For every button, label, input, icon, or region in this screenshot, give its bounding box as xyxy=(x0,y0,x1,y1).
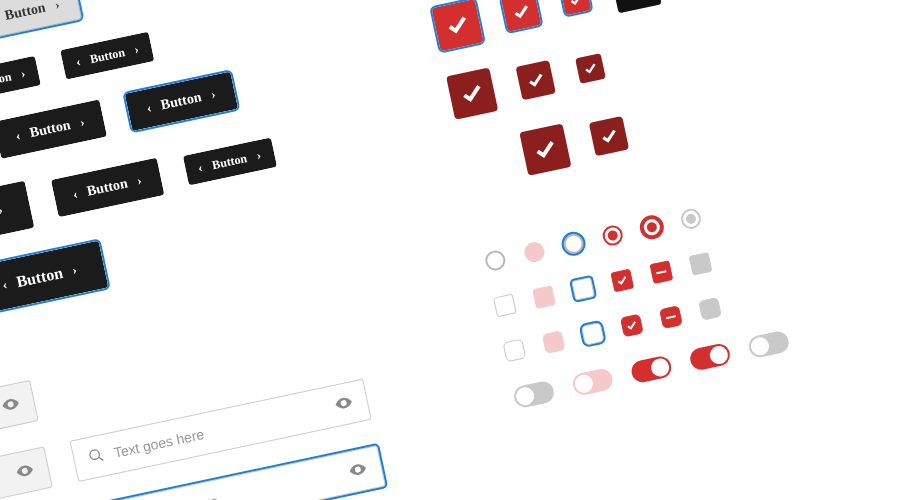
chevron-left-icon: ‹ xyxy=(71,186,79,203)
input-placeholder: Text goes here xyxy=(0,468,8,500)
button-label: Button xyxy=(85,175,129,199)
checkbox-red-focused[interactable] xyxy=(501,0,541,32)
toggle-off[interactable] xyxy=(747,330,791,360)
button-label: Button xyxy=(15,264,65,291)
checkbox-red-focused[interactable] xyxy=(431,0,483,51)
svg-point-4 xyxy=(89,449,100,460)
button-label: Button xyxy=(89,45,127,67)
chevron-right-icon: › xyxy=(209,86,217,103)
search-icon xyxy=(87,446,107,468)
chevron-right-icon: › xyxy=(71,262,79,279)
button-dark[interactable]: ‹ Button › xyxy=(0,56,41,104)
check-icon xyxy=(525,69,547,91)
check-icon xyxy=(598,125,620,147)
input-placeholder: Text goes here xyxy=(126,467,341,500)
check-icon xyxy=(443,11,472,40)
chevron-left-icon: ‹ xyxy=(197,159,205,176)
input-placeholder: Text goes here xyxy=(112,400,327,461)
checkbox-rounded-disabled xyxy=(542,330,566,354)
toggle-off[interactable] xyxy=(512,379,556,409)
button-label: Button xyxy=(28,117,72,141)
checkbox-red-focused[interactable] xyxy=(561,0,592,15)
chevron-right-icon: › xyxy=(255,147,263,164)
radio-disabled xyxy=(523,240,547,264)
check-icon xyxy=(531,135,560,164)
toggle-on[interactable] xyxy=(630,354,674,384)
button-dark-large-focused[interactable]: ‹ Button › xyxy=(0,241,108,315)
toggle-on[interactable] xyxy=(688,342,732,372)
checkbox-disabled-checked xyxy=(689,252,713,276)
radio-checked[interactable] xyxy=(601,224,625,248)
checkbox-darkred[interactable] xyxy=(519,124,571,176)
text-input[interactable]: Text goes here xyxy=(0,446,53,500)
svg-line-5 xyxy=(98,456,103,461)
button-dark[interactable]: ‹ Button › xyxy=(51,158,164,218)
check-icon xyxy=(582,60,599,77)
checkbox-unchecked[interactable] xyxy=(493,294,517,318)
checkbox-darkred[interactable] xyxy=(516,60,556,100)
checkbox-disabled xyxy=(532,285,556,309)
chevron-right-icon: › xyxy=(19,65,27,82)
button-label: Button xyxy=(3,0,47,24)
button-dark-small[interactable]: ‹ Button › xyxy=(182,138,276,186)
check-icon xyxy=(510,1,532,23)
chevron-right-icon: › xyxy=(133,41,141,58)
checkbox-rounded[interactable] xyxy=(503,339,527,363)
button-gray-focused[interactable]: ‹ Button › xyxy=(0,0,82,42)
radio-unchecked[interactable] xyxy=(483,249,507,273)
button-label: Button xyxy=(159,89,203,113)
button-label: Button xyxy=(211,151,249,173)
checkbox-darkred[interactable] xyxy=(446,68,498,120)
dash-icon xyxy=(656,270,666,274)
check-icon xyxy=(458,79,487,108)
chevron-right-icon: › xyxy=(136,172,144,189)
button-dark[interactable]: ‹ Button › xyxy=(0,99,107,159)
button-label: Button xyxy=(0,69,13,91)
button-dark-large[interactable]: ‹ Button › xyxy=(0,181,34,255)
check-icon xyxy=(621,0,650,2)
chevron-right-icon: › xyxy=(53,0,61,13)
radio-checked-focused[interactable] xyxy=(640,215,664,239)
chevron-left-icon: ‹ xyxy=(14,128,22,145)
checkbox-checked[interactable] xyxy=(610,269,634,293)
checkbox-rounded-focused[interactable] xyxy=(581,322,605,346)
checkbox-rounded-indeterminate[interactable] xyxy=(659,305,683,329)
radio-focused[interactable] xyxy=(562,232,586,256)
chevron-left-icon: ‹ xyxy=(1,277,9,294)
button-dark-focused[interactable]: ‹ Button › xyxy=(124,72,237,132)
chevron-left-icon: ‹ xyxy=(74,54,82,71)
check-icon xyxy=(625,318,639,332)
chevron-right-icon: › xyxy=(78,114,86,131)
eye-icon[interactable] xyxy=(0,393,22,417)
checkbox-focused[interactable] xyxy=(571,277,595,301)
chevron-right-icon: › xyxy=(0,202,4,219)
checkbox-darkred[interactable] xyxy=(589,116,629,156)
toggle-disabled xyxy=(571,367,615,397)
check-icon xyxy=(567,0,584,8)
checkbox-rounded-checked[interactable] xyxy=(620,314,644,338)
chevron-left-icon: ‹ xyxy=(145,100,153,117)
eye-icon[interactable] xyxy=(333,392,355,416)
checkbox-rounded-disabled-checked xyxy=(698,297,722,321)
checkbox-black[interactable] xyxy=(610,0,662,13)
radio-disabled-checked xyxy=(679,207,703,231)
eye-icon[interactable] xyxy=(14,460,36,484)
dash-icon xyxy=(666,315,676,319)
checkbox-indeterminate[interactable] xyxy=(650,260,674,284)
button-dark[interactable]: ‹ Button › xyxy=(60,32,154,80)
eye-icon[interactable] xyxy=(347,458,369,482)
check-icon xyxy=(615,273,629,287)
checkbox-darkred[interactable] xyxy=(575,53,606,84)
